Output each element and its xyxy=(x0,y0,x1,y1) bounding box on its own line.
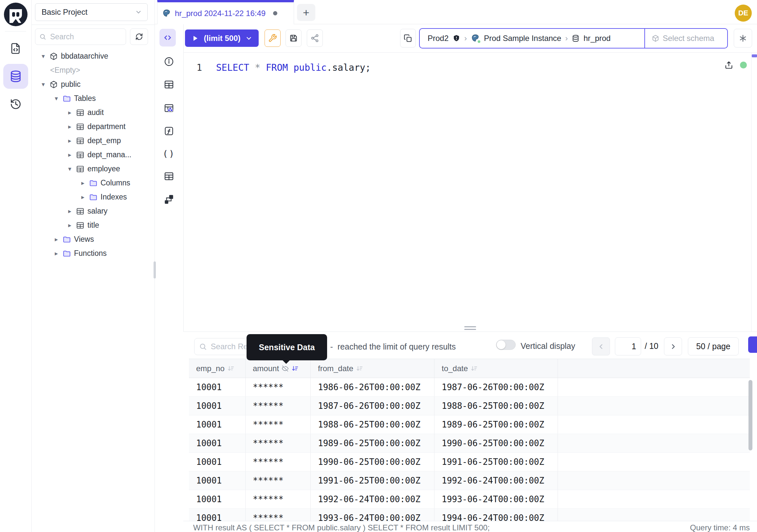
batch-query-button[interactable] xyxy=(400,29,416,47)
strip-item-functions[interactable] xyxy=(164,125,174,137)
new-tab-button[interactable]: + xyxy=(297,4,315,21)
cell-from-date[interactable]: 1993-06-24T00:00:00Z xyxy=(311,509,435,521)
table-row[interactable]: 10001 ****** 1989-06-25T00:00:00Z 1990-0… xyxy=(189,434,750,453)
strip-item-external-tables[interactable] xyxy=(164,171,174,182)
cell-from-date[interactable]: 1990-06-25T00:00:00Z xyxy=(311,453,435,471)
sql-editor-line[interactable]: SELECT*FROMpublic.salary; xyxy=(216,62,371,73)
caret-right-icon[interactable]: ▸ xyxy=(67,207,73,215)
table-row[interactable]: 10001 ****** 1990-06-25T00:00:00Z 1991-0… xyxy=(189,453,750,471)
sort-icon[interactable] xyxy=(227,365,234,372)
strip-item-tables[interactable] xyxy=(164,79,174,90)
refresh-tree-button[interactable] xyxy=(130,28,148,45)
cell-to-date[interactable]: 1990-06-25T00:00:00Z xyxy=(435,434,558,453)
rail-item-history[interactable] xyxy=(10,98,22,110)
table-row[interactable]: 10001 ****** 1986-06-26T00:00:00Z 1987-0… xyxy=(189,378,750,397)
sort-icon[interactable] xyxy=(356,365,363,372)
page-size-select[interactable]: 50 / page xyxy=(688,337,739,356)
caret-right-icon[interactable]: ▸ xyxy=(53,250,60,257)
caret-right-icon[interactable]: ▸ xyxy=(67,221,73,229)
cell-emp-no[interactable]: 10001 xyxy=(189,471,246,490)
sidebar-search-input[interactable] xyxy=(49,32,122,42)
strip-item-editor-active[interactable] xyxy=(160,29,176,47)
tree-item-table-salary[interactable]: ▸ salary xyxy=(32,204,155,218)
sort-desc-icon-active[interactable] xyxy=(291,365,299,372)
tab-hr-prod[interactable]: hr_prod 2024-11-22 16:49 xyxy=(157,0,294,24)
tree-item-columns-folder[interactable]: ▸ Columns xyxy=(32,176,155,190)
tree-item-table-audit[interactable]: ▸ audit xyxy=(32,106,155,120)
cell-from-date[interactable]: 1992-06-24T00:00:00Z xyxy=(311,490,435,508)
column-header-amount[interactable]: amount xyxy=(246,359,311,378)
tree-item-table-title[interactable]: ▸ title xyxy=(32,218,155,232)
upload-sql-button[interactable] xyxy=(724,60,733,70)
panel-resize-handle[interactable] xyxy=(464,329,476,330)
tree-item-schema-public[interactable]: ▾ public xyxy=(32,77,155,91)
cell-to-date[interactable]: 1994-06-24T00:00:00Z xyxy=(435,509,558,521)
eye-off-icon[interactable] xyxy=(282,365,289,372)
column-header-emp-no[interactable]: emp_no xyxy=(189,359,246,378)
caret-right-icon[interactable]: ▸ xyxy=(67,123,73,130)
cell-from-date[interactable]: 1991-06-25T00:00:00Z xyxy=(311,471,435,490)
caret-down-icon[interactable]: ▾ xyxy=(40,80,46,88)
table-row[interactable]: 10001 ****** 1992-06-24T00:00:00Z 1993-0… xyxy=(189,490,750,509)
cell-amount-masked[interactable]: ****** xyxy=(246,378,311,396)
cell-amount-masked[interactable]: ****** xyxy=(246,415,311,434)
cell-to-date[interactable]: 1987-06-26T00:00:00Z xyxy=(435,378,558,396)
table-row-partial[interactable]: 10001 ****** 1993-06-24T00:00:00Z 1994-0… xyxy=(189,509,750,521)
export-button-clipped[interactable] xyxy=(748,336,757,353)
cell-emp-no[interactable]: 10001 xyxy=(189,509,246,521)
caret-right-icon[interactable]: ▸ xyxy=(79,179,86,187)
app-logo[interactable] xyxy=(4,3,27,26)
tree-item-table-employee[interactable]: ▾ employee xyxy=(32,162,155,176)
rail-item-databases-active[interactable] xyxy=(3,64,28,89)
caret-down-icon[interactable]: ▾ xyxy=(53,95,60,102)
sidebar-resize-handle[interactable] xyxy=(154,262,156,278)
chevron-down-icon[interactable] xyxy=(245,35,253,42)
sidebar-search[interactable] xyxy=(35,28,126,45)
strip-item-procedures[interactable]: () xyxy=(164,148,174,159)
table-row[interactable]: 10001 ****** 1987-06-26T00:00:00Z 1988-0… xyxy=(189,397,750,415)
cell-amount-masked[interactable]: ****** xyxy=(246,509,311,521)
tree-item-tables-folder[interactable]: ▾ Tables xyxy=(32,91,155,106)
cell-emp-no[interactable]: 10001 xyxy=(189,397,246,415)
panel-resize-handle[interactable] xyxy=(464,326,476,327)
results-scrollbar-thumb[interactable] xyxy=(748,380,752,451)
column-header-to-date[interactable]: to_date xyxy=(435,359,558,378)
cell-to-date[interactable]: 1988-06-25T00:00:00Z xyxy=(435,397,558,415)
cell-amount-masked[interactable]: ****** xyxy=(246,434,311,453)
vertical-display-toggle[interactable] xyxy=(496,340,516,350)
schema-selector[interactable]: Select schema xyxy=(644,29,714,48)
caret-right-icon[interactable]: ▸ xyxy=(67,109,73,116)
caret-right-icon[interactable]: ▸ xyxy=(53,235,60,243)
tree-item-table-department[interactable]: ▸ department xyxy=(32,120,155,134)
tree-item-database[interactable]: ▾ bbdataarchive xyxy=(32,49,155,63)
connection-context[interactable]: Prod2 › Prod Sample Instance › xyxy=(419,28,728,48)
tree-item-table-dept-manager[interactable]: ▸ dept_mana... xyxy=(32,148,155,162)
tree-item-views-folder[interactable]: ▸ Views xyxy=(32,232,155,246)
cell-to-date[interactable]: 1991-06-25T00:00:00Z xyxy=(435,453,558,471)
run-query-button[interactable]: (limit 500) xyxy=(185,29,259,47)
strip-item-info[interactable] xyxy=(164,56,174,67)
ai-assistant-button[interactable] xyxy=(734,29,752,47)
cell-from-date[interactable]: 1989-06-25T00:00:00Z xyxy=(311,434,435,453)
cell-amount-masked[interactable]: ****** xyxy=(246,397,311,415)
cell-to-date[interactable]: 1989-06-25T00:00:00Z xyxy=(435,415,558,434)
cell-from-date[interactable]: 1988-06-25T00:00:00Z xyxy=(311,415,435,434)
avatar[interactable]: DE xyxy=(735,5,752,22)
environment-label[interactable]: Prod2 xyxy=(428,34,449,43)
prev-page-button[interactable] xyxy=(592,337,610,356)
current-page-box[interactable]: 1 xyxy=(615,337,641,356)
cell-from-date[interactable]: 1986-06-26T00:00:00Z xyxy=(311,378,435,396)
instance-label[interactable]: Prod Sample Instance xyxy=(484,34,561,43)
table-row[interactable]: 10001 ****** 1988-06-25T00:00:00Z 1989-0… xyxy=(189,415,750,434)
tree-item-table-dept-emp[interactable]: ▸ dept_emp xyxy=(32,134,155,148)
rail-item-worksheets[interactable] xyxy=(10,43,22,54)
project-selector[interactable]: Basic Project xyxy=(35,3,148,21)
cell-to-date[interactable]: 1993-06-24T00:00:00Z xyxy=(435,490,558,508)
cell-amount-masked[interactable]: ****** xyxy=(246,471,311,490)
format-sql-button[interactable] xyxy=(264,29,281,47)
strip-item-schema-diagram[interactable] xyxy=(164,194,174,205)
sort-icon[interactable] xyxy=(470,365,478,372)
tree-item-functions-folder[interactable]: ▸ Functions xyxy=(32,246,155,261)
cell-amount-masked[interactable]: ****** xyxy=(246,490,311,508)
caret-right-icon[interactable]: ▸ xyxy=(67,151,73,159)
